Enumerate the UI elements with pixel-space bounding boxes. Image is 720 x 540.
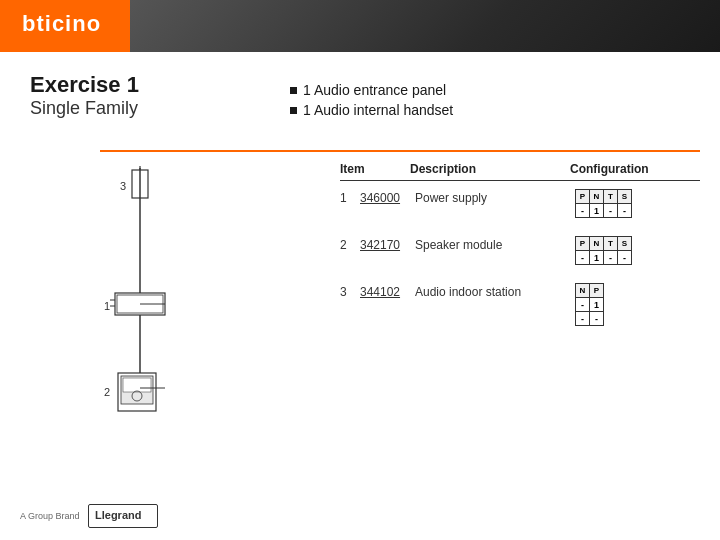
svg-text:1: 1: [104, 300, 110, 312]
grid3-n-val: -: [576, 298, 590, 312]
row-3-num: 3: [340, 283, 360, 299]
grid-n-val: 1: [590, 204, 604, 218]
config-grid-pnts: P N T S - 1 - -: [575, 189, 632, 218]
row-2-num: 2: [340, 236, 360, 252]
grid-p-header: P: [576, 190, 590, 204]
bullet-text-1: 1 Audio entrance panel: [303, 82, 446, 98]
bullet-text-2: 1 Audio internal handset: [303, 102, 453, 118]
grid3-p-header: P: [590, 284, 604, 298]
row-3-code: 344102: [360, 283, 415, 299]
row-3-desc: Audio indoor station: [415, 283, 575, 299]
logo-area: bticino: [0, 0, 130, 52]
table-header: Item Description Configuration: [340, 162, 700, 181]
row-3-config: N P - 1 - -: [575, 283, 604, 326]
bullet-icon-1: [290, 87, 297, 94]
grid-n-header: N: [590, 190, 604, 204]
row-1-config: P N T S - 1 - -: [575, 189, 632, 218]
header-background: [130, 0, 720, 52]
grid2-t-header: T: [604, 237, 618, 251]
grid-s-val: -: [618, 204, 632, 218]
grid-p-val: -: [576, 204, 590, 218]
grid2-p-val: -: [576, 251, 590, 265]
grid2-s-header: S: [618, 237, 632, 251]
grid3-n-header: N: [576, 284, 590, 298]
svg-text:bticino: bticino: [22, 11, 101, 36]
table-section: Item Description Configuration 1 346000 …: [340, 162, 700, 344]
config-grid-speaker: P N T S - 1 - -: [575, 236, 632, 265]
wiring-diagram: 3 1 2: [100, 158, 320, 438]
svg-rect-12: [123, 378, 151, 392]
table-row-3: 3 344102 Audio indoor station N P - 1 - …: [340, 283, 700, 326]
grid3-p-val2: -: [590, 312, 604, 326]
grid3-n-val2: -: [576, 312, 590, 326]
grid-t-header: T: [604, 190, 618, 204]
bullet-item-2: 1 Audio internal handset: [290, 102, 453, 118]
grid3-p-val: 1: [590, 298, 604, 312]
grid2-n-val: 1: [590, 251, 604, 265]
col-config-header: Configuration: [570, 162, 649, 176]
col-item-header: Item: [340, 162, 410, 176]
grid2-n-header: N: [590, 237, 604, 251]
svg-text:3: 3: [120, 180, 126, 192]
grid-s-header: S: [618, 190, 632, 204]
row-2-desc: Speaker module: [415, 236, 575, 252]
bticino-logo: bticino: [20, 9, 110, 44]
col-desc-header: Description: [410, 162, 570, 176]
row-1-desc: Power supply: [415, 189, 575, 205]
svg-text:Llegrand: Llegrand: [95, 509, 141, 521]
row-2-config: P N T S - 1 - -: [575, 236, 632, 265]
svg-text:2: 2: [104, 386, 110, 398]
row-1-code: 346000: [360, 189, 415, 205]
footer: A Group Brand Llegrand: [20, 504, 158, 528]
grid-t-val: -: [604, 204, 618, 218]
orange-divider: [100, 150, 700, 152]
legrand-logo: Llegrand: [88, 504, 158, 528]
grid2-p-header: P: [576, 237, 590, 251]
footer-brand-text: A Group Brand: [20, 511, 80, 521]
row-2-code: 342170: [360, 236, 415, 252]
grid2-s-val: -: [618, 251, 632, 265]
bullet-icon-2: [290, 107, 297, 114]
table-row-1: 1 346000 Power supply P N T S - 1 - -: [340, 189, 700, 218]
table-row-2: 2 342170 Speaker module P N T S - 1 - -: [340, 236, 700, 265]
bullet-item-1: 1 Audio entrance panel: [290, 82, 453, 98]
config-grid-indoor: N P - 1 - -: [575, 283, 604, 326]
row-1-num: 1: [340, 189, 360, 205]
diagram-area: 3 1 2: [100, 158, 320, 438]
grid2-t-val: -: [604, 251, 618, 265]
bullet-items: 1 Audio entrance panel 1 Audio internal …: [290, 82, 453, 122]
